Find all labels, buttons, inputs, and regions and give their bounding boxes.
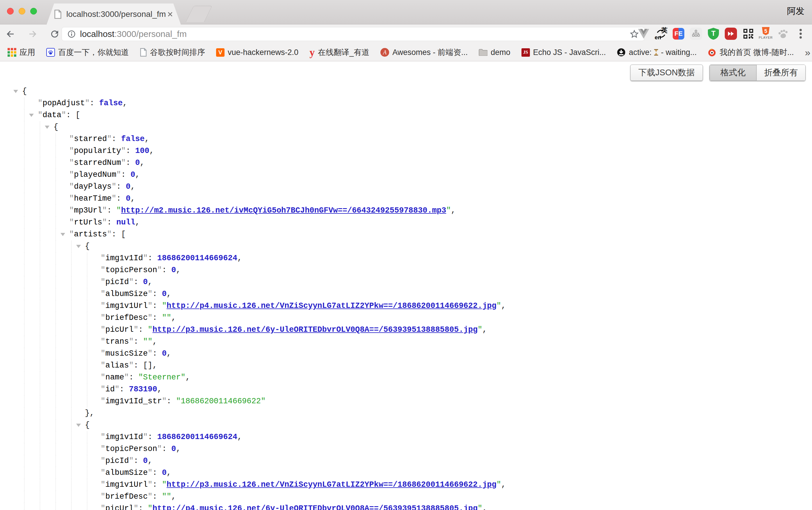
indent-guide	[40, 371, 40, 384]
indent-guide	[56, 408, 56, 419]
indent-guide	[56, 360, 56, 371]
json-token: "	[102, 218, 107, 227]
json-key: trans	[105, 337, 129, 346]
collapse-arrow-icon[interactable]	[13, 90, 18, 93]
indent-guide	[40, 455, 40, 467]
indent-guide	[56, 371, 56, 384]
h5-player-icon[interactable]: 5 PLAYER	[759, 27, 773, 40]
back-arrow-icon	[5, 29, 16, 39]
json-url-link[interactable]: http://p4.music.126.net/VnZiScyynLG7atLI…	[167, 302, 496, 310]
format-button[interactable]: 格式化	[709, 65, 756, 81]
bookmark-google-sort[interactable]: 谷歌按时间排序	[140, 47, 205, 58]
indent-guide	[56, 467, 56, 479]
json-punctuation: :	[121, 170, 130, 179]
json-key: picUrl	[105, 325, 134, 334]
json-key: albumSize	[105, 290, 148, 298]
json-url-link[interactable]: http://p4.music.126.net/6y-UleORITEDbvrO…	[152, 504, 477, 510]
bookmark-demo-folder[interactable]: demo	[479, 48, 511, 57]
url-path: :3000/personal_fm	[114, 29, 187, 39]
json-line: {	[0, 240, 812, 252]
json-punctuation: :	[112, 134, 121, 143]
json-url-link[interactable]: http://p3.music.126.net/6y-UleORITEDbvrO…	[152, 325, 477, 334]
green-shield-t-icon[interactable]: T	[707, 27, 720, 40]
new-tab-button[interactable]	[185, 6, 212, 22]
json-punctuation: :	[90, 99, 99, 108]
json-value: 0	[130, 170, 135, 179]
json-key: img1v1Url	[105, 480, 148, 489]
json-key: briefDesc	[105, 492, 148, 501]
collapse-arrow-icon[interactable]	[45, 126, 50, 129]
json-punctuation: ,	[237, 254, 242, 263]
vue-devtools-icon[interactable]	[637, 27, 650, 40]
json-punctuation: :	[116, 194, 126, 203]
bookmarks-overflow-chevron[interactable]: »	[805, 47, 810, 58]
indent-guide	[87, 395, 87, 408]
fullscreen-window-button[interactable]	[30, 8, 37, 14]
json-punctuation: ,	[171, 313, 176, 322]
indent-guide	[40, 348, 40, 360]
download-json-button[interactable]: 下载JSON数据	[630, 64, 703, 81]
fe-icon[interactable]: FE	[672, 27, 685, 40]
json-punctuation: : [	[112, 230, 126, 239]
translate-icon[interactable]: 英 en	[655, 27, 668, 40]
bookmark-active[interactable]: active: - waiting...	[617, 48, 697, 57]
json-punctuation: :	[152, 313, 162, 322]
json-url-link[interactable]: http://m2.music.126.net/ivMcQYiG5oh7BCJh…	[121, 206, 446, 215]
bookmark-youdao[interactable]: y 在线翻译_有道	[310, 47, 369, 58]
browser-menu-icon[interactable]	[794, 27, 807, 40]
indent-guide	[71, 252, 71, 264]
json-punctuation: {	[54, 123, 58, 131]
json-punctuation: :	[134, 337, 143, 346]
address-bar[interactable]: localhost:3000/personal_fm	[62, 27, 644, 41]
json-value: 0	[143, 278, 148, 287]
close-tab-icon[interactable]	[167, 11, 173, 18]
json-punctuation: :	[107, 206, 116, 215]
indent-guide	[87, 300, 87, 312]
json-token: "	[100, 266, 105, 274]
json-key: img1v1Url	[105, 302, 148, 310]
bookmark-vue-hackernews[interactable]: V vue-hackernews-2.0	[216, 48, 298, 57]
reload-icon	[50, 29, 60, 39]
back-button[interactable]	[4, 28, 17, 40]
collapse-arrow-icon[interactable]	[76, 424, 81, 427]
json-url-link[interactable]: http://p3.music.126.net/VnZiScyynLG7atLI…	[167, 480, 496, 489]
json-line: "rtUrls": null,	[0, 217, 812, 229]
forward-button[interactable]	[26, 28, 39, 40]
json-value: 18686200114669624	[157, 254, 237, 263]
bookmark-baidu[interactable]: 百度一下，你就知道	[46, 47, 129, 58]
indent-guide	[56, 157, 56, 169]
bookmark-apps[interactable]: 应用	[7, 47, 35, 58]
json-value: 0	[126, 194, 130, 203]
json-token: "	[116, 170, 121, 179]
fast-forward-icon[interactable]	[724, 27, 737, 40]
bookmark-weibo[interactable]: 我的首页 微博-随时...	[707, 47, 794, 58]
collapse-arrow-icon[interactable]	[29, 114, 34, 117]
collapse-arrow-icon[interactable]	[60, 233, 65, 236]
indent-guide	[40, 503, 40, 510]
svg-text:T: T	[712, 29, 716, 37]
json-value: false	[121, 134, 145, 143]
collapse-arrow-icon[interactable]	[76, 245, 81, 248]
json-token: "	[148, 349, 152, 358]
paw-icon[interactable]	[777, 27, 790, 40]
bookmark-echojs[interactable]: JS Echo JS - JavaScri...	[521, 48, 606, 57]
info-icon[interactable]	[67, 30, 76, 38]
close-window-button[interactable]	[7, 8, 14, 14]
json-line: "picId": 0,	[0, 455, 812, 467]
json-string: ""	[143, 337, 152, 346]
minimize-window-button[interactable]	[19, 8, 25, 14]
json-token: "	[477, 504, 482, 510]
collapse-all-button[interactable]: 折叠所有	[756, 65, 805, 81]
json-line: "hearTime": 0,	[0, 193, 812, 205]
qr-code-icon[interactable]	[742, 27, 755, 40]
json-line: "albumSize": 0,	[0, 288, 812, 300]
url-text[interactable]: localhost:3000/personal_fm	[80, 29, 630, 39]
reload-button[interactable]	[48, 28, 61, 40]
bookmark-awesomes[interactable]: A Awesomes - 前端资...	[380, 47, 468, 58]
sitemap-icon[interactable]	[689, 27, 703, 40]
json-punctuation: ,	[482, 504, 487, 510]
json-token: "	[496, 480, 501, 489]
indent-guide	[87, 443, 87, 455]
browser-tab[interactable]: localhost:3000/personal_fm	[47, 3, 181, 25]
json-punctuation: ,	[176, 445, 181, 453]
